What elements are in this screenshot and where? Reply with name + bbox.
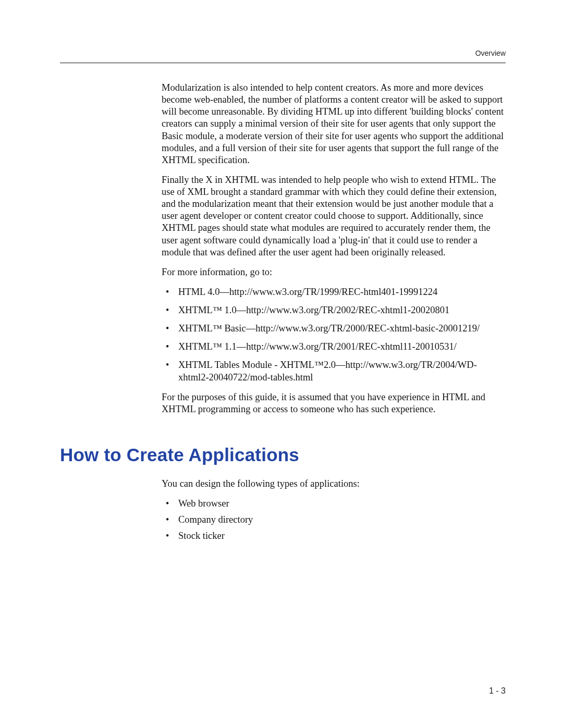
list-item: Stock ticker [176,530,506,542]
list-item: Company directory [176,514,506,526]
page: Overview Modularization is also intended… [0,0,563,728]
list-item: XHTML™ 1.1—http://www.w3.org/TR/2001/REC… [176,341,506,353]
header-rule [60,62,506,64]
paragraph-moreinfo: For more information, go to: [162,266,506,278]
section-heading-create-apps: How to Create Applications [60,443,506,466]
application-type-list: Web browser Company directory Stock tick… [162,498,506,542]
paragraph-assumption: For the purposes of this guide, it is as… [162,391,506,415]
paragraph-modularization: Modularization is also intended to help … [162,82,506,166]
list-item: XHTML Tables Module - XHTML™2.0—http://w… [176,359,506,383]
list-item: XHTML™ Basic—http://www.w3.org/TR/2000/R… [176,323,506,335]
body-column: Modularization is also intended to help … [162,82,506,542]
page-number: 1 - 3 [489,686,506,696]
list-item: HTML 4.0—http://www.w3.org/TR/1999/REC-h… [176,286,506,298]
paragraph-app-types: You can design the following types of ap… [162,478,506,490]
paragraph-extend: Finally the X in XHTML was intended to h… [162,174,506,258]
list-item: Web browser [176,498,506,510]
header-section-label: Overview [475,49,506,57]
list-item: XHTML™ 1.0—http://www.w3.org/TR/2002/REC… [176,304,506,316]
reference-link-list: HTML 4.0—http://www.w3.org/TR/1999/REC-h… [162,286,506,384]
